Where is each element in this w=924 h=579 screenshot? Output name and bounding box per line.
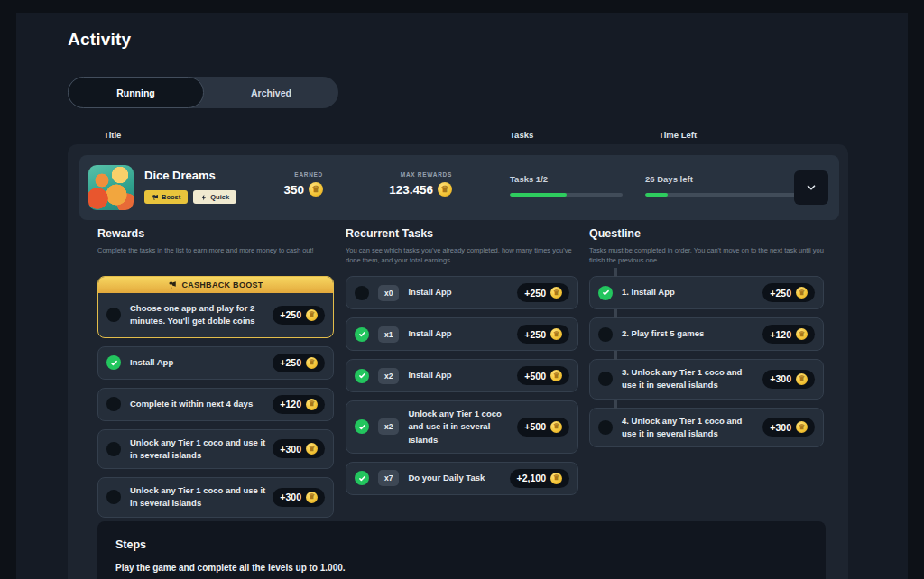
coin-icon [550, 370, 562, 381]
recurrent-task-item[interactable]: x7 Do your Daily Task +2,100 [346, 462, 578, 495]
questline-section: Questline Tasks must be completed in ord… [589, 227, 824, 447]
reward-task-item[interactable]: Complete it within next 4 days +120 [97, 388, 334, 421]
questline-task-item[interactable]: 4. Unlock any Tier 1 coco and use it in … [589, 408, 824, 448]
completion-count-badge: x7 [378, 470, 399, 486]
max-rewards-label: MAX REWARDS [401, 171, 452, 178]
column-header-title: Title [104, 130, 121, 140]
reward-task-item[interactable]: Unlock any Tier 1 coco and use it in sev… [97, 429, 334, 470]
max-rewards-stat: MAX REWARDS 123.456 [335, 171, 452, 197]
check-icon [358, 372, 366, 380]
coin-icon [796, 421, 808, 433]
reward-badge: +300 [273, 439, 325, 458]
coin-icon [438, 182, 452, 197]
earned-label: EARNED [294, 171, 323, 178]
coin-icon [550, 287, 562, 299]
reward-amount: +300 [770, 422, 791, 433]
reward-task-item[interactable]: Unlock any Tier 1 coco and use it in sev… [97, 477, 334, 518]
task-text: Do your Daily Task [408, 472, 502, 484]
coin-icon [796, 328, 808, 340]
coin-icon [306, 492, 318, 503]
reward-amount: +250 [280, 357, 301, 368]
reward-amount: +120 [770, 329, 791, 340]
check-icon [602, 289, 610, 297]
questline-task-item[interactable]: 2. Play first 5 games +120 [589, 317, 824, 351]
reward-badge: +250 [762, 283, 815, 302]
rewards-title: Rewards [97, 227, 334, 240]
tab-archived[interactable]: Archived [204, 77, 338, 108]
reward-amount: +500 [524, 371, 546, 381]
task-text: Install App [130, 356, 265, 369]
earned-stat: EARNED 350 [242, 171, 323, 197]
task-status-icon [598, 327, 613, 342]
recurrent-task-item[interactable]: x2 Install App +500 [346, 359, 578, 392]
reward-amount: +300 [280, 492, 301, 502]
app-window: Activity Running Archived Title Tasks Ti… [16, 13, 908, 579]
reward-badge: +300 [762, 418, 815, 437]
questline-task-list: 1. Install App +250 2. Play first 5 game… [589, 276, 824, 447]
check-icon [110, 359, 118, 367]
megaphone-icon [152, 194, 159, 201]
time-left-progress: 26 Days left [645, 174, 803, 197]
column-header-tasks: Tasks [510, 130, 533, 140]
cashback-boost-task[interactable]: CASHBACK BOOST Choose one app and play f… [97, 276, 334, 338]
task-text: Install App [408, 286, 510, 299]
recurrent-task-item[interactable]: x0 Install App +250 [346, 276, 578, 309]
reward-badge: +250 [273, 354, 325, 372]
task-status-icon [598, 372, 613, 386]
coin-icon [550, 473, 562, 484]
recurrent-task-item[interactable]: x2 Unlock any Tier 1 coco and use it in … [346, 400, 578, 454]
reward-badge: +120 [762, 325, 815, 344]
coin-icon [306, 357, 318, 369]
quick-badge-label: Quick [210, 193, 229, 201]
check-icon [358, 330, 366, 338]
reward-amount: +120 [280, 399, 301, 409]
task-status-icon [355, 471, 369, 485]
collapse-row-button[interactable] [794, 170, 828, 205]
coin-icon [550, 328, 562, 340]
task-text: 1. Install App [622, 286, 755, 299]
game-badges: Boost Quick [144, 190, 236, 204]
recurrent-tasks-title: Recurrent Tasks [346, 227, 578, 240]
reward-badge: +300 [762, 370, 815, 389]
recurrent-tasks-section: Recurrent Tasks You can see which tasks … [346, 227, 578, 495]
activity-panel: Dice Dreams Boost Quick EARNED 350 [68, 144, 848, 579]
task-text: 4. Unlock any Tier 1 coco and use it in … [622, 415, 755, 441]
task-text: Unlock any Tier 1 coco and use it in sev… [130, 484, 265, 510]
task-status-icon [355, 369, 369, 383]
task-status-icon [355, 419, 369, 434]
task-text: Choose one app and play for 2 minutes. Y… [130, 302, 265, 328]
reward-badge: +500 [517, 366, 569, 385]
recurrent-tasks-description: You can see which tasks you've already c… [346, 246, 578, 266]
time-left-label: 26 Days left [645, 174, 803, 184]
questline-title: Questline [589, 227, 824, 240]
completion-count-badge: x2 [378, 418, 399, 435]
questline-task-item[interactable]: 3. Unlock any Tier 1 coco and use it in … [589, 359, 824, 400]
tasks-progress-label: Tasks 1/2 [510, 174, 623, 184]
cashback-boost-header: CASHBACK BOOST [98, 277, 333, 293]
coin-icon [306, 309, 318, 321]
coin-icon [306, 443, 318, 455]
reward-badge: +250 [273, 306, 325, 325]
task-status-icon [598, 420, 613, 435]
questline-description: Tasks must be completed in order. You ca… [589, 246, 824, 266]
max-rewards-value: 123.456 [389, 183, 433, 197]
reward-amount: +250 [524, 329, 546, 340]
rewards-section: Rewards Complete the tasks in the list t… [97, 227, 334, 518]
quick-badge: Quick [193, 190, 236, 204]
coin-icon [309, 182, 323, 197]
tasks-progress: Tasks 1/2 [510, 174, 623, 197]
game-title: Dice Dreams [144, 169, 216, 182]
reward-badge: +300 [273, 488, 325, 507]
task-status-icon [106, 397, 121, 411]
questline-task-item[interactable]: 1. Install App +250 [589, 276, 824, 309]
tab-running[interactable]: Running [68, 77, 204, 108]
game-row[interactable]: Dice Dreams Boost Quick EARNED 350 [79, 155, 839, 220]
reward-badge: +500 [517, 418, 569, 437]
task-text: Install App [408, 369, 510, 381]
task-text: Unlock any Tier 1 coco and use it in sev… [130, 437, 265, 463]
reward-task-item[interactable]: Install App +250 [97, 346, 334, 380]
coin-icon [306, 399, 318, 410]
recurrent-task-item[interactable]: x1 Install App +250 [346, 317, 578, 351]
task-status-icon [106, 355, 121, 370]
lightning-icon [200, 194, 208, 201]
